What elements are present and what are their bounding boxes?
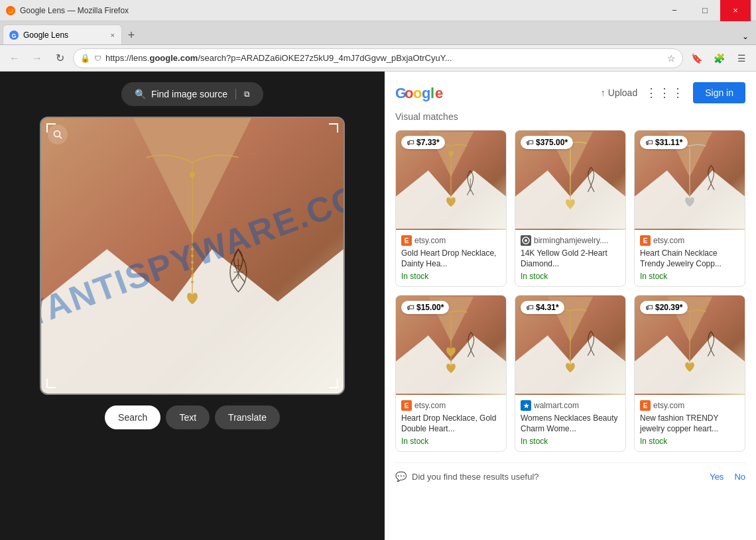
price-value-2: $31.11*: [655, 138, 682, 147]
window-controls: − □ ×: [659, 0, 751, 21]
birmingham-favicon-1: [521, 235, 531, 246]
sign-in-button[interactable]: Sign in: [693, 82, 745, 103]
product-image-4: 🏷 $4.31*: [515, 296, 625, 395]
product-title-0: Gold Heart Drop Necklace, Dainty Hea...: [401, 248, 501, 269]
price-value-0: $7.33*: [416, 138, 440, 147]
product-stock-2: In stock: [640, 272, 739, 281]
price-icon-0: 🏷: [407, 138, 414, 146]
feedback-question: Did you find these results useful?: [412, 472, 539, 482]
reload-button[interactable]: ↻: [50, 49, 69, 68]
titlebar-left: Google Lens — Mozilla Firefox: [5, 5, 129, 16]
pocket-button[interactable]: 🔖: [687, 49, 706, 68]
menu-button[interactable]: ☰: [732, 49, 751, 68]
source-name-4: walmart.com: [534, 401, 579, 410]
svg-text:o: o: [405, 85, 413, 101]
product-title-5: New fashion TRENDY jewelry copper heart.…: [640, 413, 739, 434]
zoom-button[interactable]: [48, 125, 68, 144]
maximize-button[interactable]: □: [690, 0, 720, 21]
address-bar[interactable]: 🔒 🛡 https://lens.google.com/search?p=ARA…: [73, 48, 683, 68]
product-title-3: Heart Drop Necklace, Gold Double Heart..…: [401, 413, 501, 434]
product-info-2: E etsy.com Heart Chain Necklace Trendy J…: [635, 230, 745, 286]
extensions-button[interactable]: 🧩: [710, 49, 728, 68]
find-image-label: Find image source: [151, 89, 227, 99]
forward-button[interactable]: →: [28, 49, 46, 68]
window-title: Google Lens — Mozilla Firefox: [20, 6, 129, 15]
svg-text:o: o: [413, 85, 422, 101]
price-value-1: $375.00*: [536, 138, 568, 147]
product-source-5: E etsy.com: [640, 400, 739, 411]
product-title-1: 14K Yellow Gold 2-Heart Diamond...: [521, 248, 620, 269]
etsy-favicon-5: E: [640, 400, 651, 411]
upload-button[interactable]: ↑ Upload: [601, 87, 637, 98]
svg-text:g: g: [422, 85, 430, 101]
active-tab[interactable]: G Google Lens ×: [3, 25, 122, 44]
results-header: Visual matches: [395, 111, 745, 122]
product-card-2[interactable]: 🏷 $31.11* E etsy.com Heart Chain Necklac…: [634, 130, 745, 287]
price-icon-2: 🏷: [645, 138, 653, 146]
product-card-1[interactable]: 🏷 $375.00* birminghamjewelry.... 14K Yel…: [515, 130, 626, 287]
feedback-yes-button[interactable]: Yes: [710, 472, 724, 482]
price-value-5: $20.39*: [655, 303, 682, 312]
titlebar: Google Lens — Mozilla Firefox − □ ×: [0, 0, 756, 21]
products-grid: 🏷 $7.33* E etsy.com Gold Heart Drop Neck…: [395, 130, 745, 452]
price-icon-3: 🏷: [407, 303, 414, 311]
svg-point-13: [191, 281, 194, 284]
zoom-icon: [53, 130, 62, 139]
tab-close-button[interactable]: ×: [109, 30, 116, 40]
tabbar: G Google Lens × + ⌄: [0, 21, 756, 45]
product-card-4[interactable]: 🏷 $4.31* ★ walmart.com Womens Necklaces …: [515, 295, 626, 452]
svg-point-29: [525, 239, 527, 242]
walmart-favicon-4: ★: [521, 400, 531, 411]
uploaded-image: MYANTISPYWARE.COM: [41, 118, 344, 394]
image-container: MYANTISPYWARE.COM: [40, 117, 345, 395]
tab-favicon: G: [9, 30, 19, 40]
product-source-0: E etsy.com: [401, 235, 501, 246]
product-info-1: birminghamjewelry.... 14K Yellow Gold 2-…: [515, 230, 625, 286]
new-tab-button[interactable]: +: [122, 26, 141, 44]
etsy-favicon-2: E: [640, 235, 651, 246]
product-card-5[interactable]: 🏷 $20.39* E etsy.com New fashion TRENDY …: [634, 295, 745, 452]
product-source-4: ★ walmart.com: [521, 400, 620, 411]
url-display: https://lens.google.com/search?p=ARADZa6…: [105, 53, 663, 63]
product-title-4: Womens Necklaces Beauty Charm Wome...: [521, 413, 620, 434]
addressbar: ← → ↻ 🔒 🛡 https://lens.google.com/search…: [0, 45, 756, 72]
feedback-bar: 💬 Did you find these results useful? Yes…: [395, 462, 745, 490]
product-title-2: Heart Chain Necklace Trendy Jewelry Copp…: [640, 248, 739, 269]
firefox-logo: [5, 5, 16, 16]
minimize-button[interactable]: −: [659, 0, 690, 21]
google-logo: G o o g l e: [395, 83, 448, 102]
find-image-source-button[interactable]: 🔍 Find image source ⧉: [121, 82, 263, 106]
etsy-favicon-3: E: [401, 400, 412, 411]
product-stock-0: In stock: [401, 272, 501, 281]
feedback-actions: Yes No: [710, 472, 745, 482]
product-card[interactable]: 🏷 $7.33* E etsy.com Gold Heart Drop Neck…: [395, 130, 507, 287]
svg-line-5: [60, 136, 62, 139]
upload-icon: ↑: [601, 87, 605, 98]
etsy-favicon-0: E: [401, 235, 412, 246]
close-button[interactable]: ×: [720, 0, 751, 21]
feedback-icon: 💬: [395, 471, 407, 482]
main-layout: 🔍 Find image source ⧉: [0, 72, 756, 540]
product-stock-5: In stock: [640, 437, 739, 446]
text-tab[interactable]: Text: [166, 405, 210, 429]
apps-button[interactable]: ⋮⋮⋮: [645, 85, 685, 100]
translate-tab[interactable]: Translate: [215, 405, 280, 429]
header-actions: ↑ Upload ⋮⋮⋮ Sign in: [601, 82, 745, 103]
price-icon-4: 🏷: [526, 303, 533, 311]
tab-list-button[interactable]: ⌄: [737, 28, 753, 44]
bookmark-icon[interactable]: ☆: [667, 53, 676, 64]
back-button[interactable]: ←: [5, 49, 24, 68]
button-divider: [235, 89, 236, 99]
product-stock-3: In stock: [401, 437, 501, 446]
right-panel: G o o g l e ↑ Upload ⋮⋮⋮ Sign in Visual …: [385, 72, 756, 540]
product-price-3: 🏷 $15.00*: [401, 301, 449, 314]
search-tab[interactable]: Search: [105, 405, 160, 429]
svg-text:l: l: [430, 85, 434, 101]
left-panel: 🔍 Find image source ⧉: [0, 72, 385, 540]
source-name-3: etsy.com: [414, 401, 446, 410]
product-stock-4: In stock: [521, 437, 620, 446]
product-card-3[interactable]: 🏷 $15.00* E etsy.com Heart Drop Necklace…: [395, 295, 507, 452]
tab-title: Google Lens: [23, 30, 105, 40]
price-value-4: $4.31*: [536, 303, 559, 312]
feedback-no-button[interactable]: No: [734, 472, 745, 482]
